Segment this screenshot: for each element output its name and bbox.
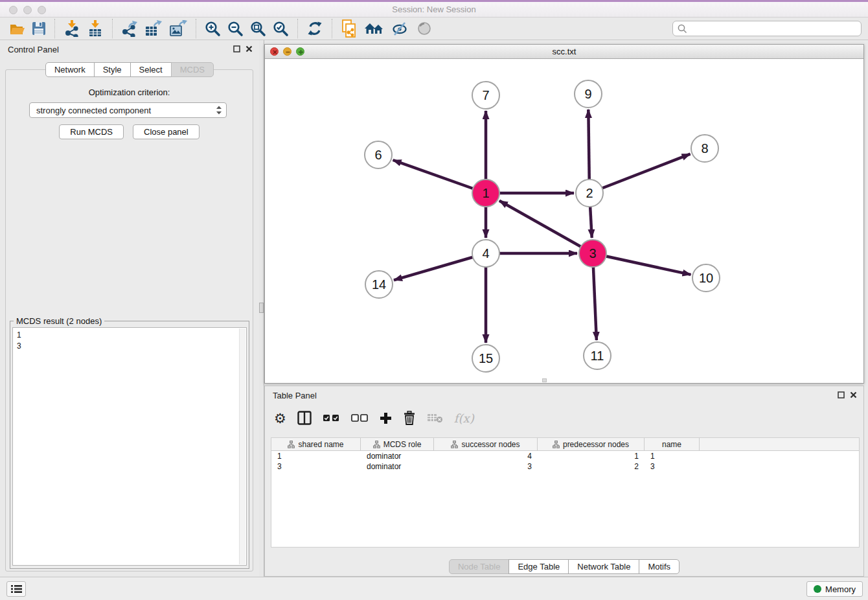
memory-button[interactable]: Memory xyxy=(806,581,863,597)
cell-0-1[interactable]: dominator xyxy=(361,452,434,461)
add-column-button[interactable] xyxy=(380,408,392,428)
zoom-out-icon xyxy=(227,21,244,37)
network-close-button[interactable] xyxy=(270,47,279,56)
shared-column-icon xyxy=(288,441,295,448)
zoom-in-icon xyxy=(205,21,221,37)
open-file-button[interactable] xyxy=(10,19,25,38)
close-panel-icon[interactable] xyxy=(246,45,253,52)
zoom-selected-button[interactable] xyxy=(273,19,289,38)
zoom-in-button[interactable] xyxy=(205,19,221,38)
mcds-panel: Optimization criterion: strongly connect… xyxy=(5,69,253,571)
table-settings-button[interactable]: ⚙ xyxy=(274,408,286,428)
table-panel-header: Table Panel xyxy=(265,386,863,403)
column-header-MCDS-role[interactable]: MCDS role xyxy=(361,438,434,450)
export-network-button[interactable] xyxy=(121,19,138,38)
window-minimize-button[interactable] xyxy=(23,6,32,14)
table-tab-edge-table[interactable]: Edge Table xyxy=(508,559,569,574)
network-minimize-button[interactable] xyxy=(283,47,291,56)
copy-network-view-button[interactable] xyxy=(341,19,358,38)
divider-grip[interactable] xyxy=(259,303,264,313)
table-body: 1dominator4113dominator323 xyxy=(271,451,859,472)
refresh-button[interactable] xyxy=(306,19,323,38)
run-mcds-button[interactable]: Run MCDS xyxy=(59,124,124,139)
cell-0-4[interactable]: 1 xyxy=(645,452,700,461)
import-network-button[interactable] xyxy=(63,19,80,38)
network-window-titlebar[interactable]: scc.txt xyxy=(265,45,863,59)
table-panel: Table Panel ⚙ xyxy=(264,386,864,577)
home-button[interactable] xyxy=(364,19,385,38)
select-all-button[interactable] xyxy=(323,408,340,428)
search-field[interactable] xyxy=(672,21,862,36)
cell-1-2[interactable]: 3 xyxy=(434,462,538,471)
tab-network[interactable]: Network xyxy=(45,62,95,77)
hide-details-button[interactable] xyxy=(391,19,409,38)
cell-0-3[interactable]: 1 xyxy=(538,452,645,461)
table-tab-node-table[interactable]: Node Table xyxy=(449,559,510,574)
cell-0-0[interactable]: 1 xyxy=(271,452,361,461)
workspace: Control Panel NetworkStyleSelectMCDS Opt… xyxy=(0,40,868,577)
delete-column-button[interactable] xyxy=(403,408,416,428)
graph-edge-3-10[interactable] xyxy=(593,253,691,275)
window-close-button[interactable] xyxy=(9,6,17,14)
column-header-name[interactable]: name xyxy=(645,438,700,450)
column-header-predecessor-nodes[interactable]: predecessor nodes xyxy=(538,438,645,450)
tab-mcds[interactable]: MCDS xyxy=(171,62,214,77)
panel-divider[interactable] xyxy=(259,40,264,577)
cell-0-2[interactable]: 4 xyxy=(434,452,538,461)
optimization-criterion-select[interactable]: strongly connected component xyxy=(29,102,227,118)
tab-select[interactable]: Select xyxy=(130,62,172,77)
graph-edge-4-14[interactable] xyxy=(394,253,486,280)
table-row-0[interactable]: 1dominator411 xyxy=(271,451,859,461)
network-zoom-button[interactable] xyxy=(296,47,304,56)
column-header-successor-nodes[interactable]: successor nodes xyxy=(434,438,538,450)
close-table-panel-icon[interactable] xyxy=(850,391,857,398)
result-scrollbar[interactable] xyxy=(239,329,246,564)
control-panel: Control Panel NetworkStyleSelectMCDS Opt… xyxy=(0,40,259,577)
show-details-button[interactable] xyxy=(416,19,433,38)
search-input[interactable] xyxy=(691,24,856,34)
cell-1-1[interactable]: dominator xyxy=(361,462,434,471)
table-tab-network-table[interactable]: Network Table xyxy=(568,559,639,574)
cell-1-3[interactable]: 2 xyxy=(538,462,645,471)
shared-column-icon xyxy=(373,441,380,448)
graph-edge-3-1[interactable] xyxy=(499,201,593,253)
control-panel-header: Control Panel xyxy=(0,40,259,58)
canvas-grip[interactable] xyxy=(542,378,547,382)
table-row-1[interactable]: 3dominator323 xyxy=(271,461,859,472)
save-floppy-icon xyxy=(32,21,46,36)
toolbar-separator xyxy=(196,19,196,38)
node-table: shared nameMCDS rolesuccessor nodesprede… xyxy=(271,437,860,548)
zoom-out-button[interactable] xyxy=(227,19,244,38)
tab-style[interactable]: Style xyxy=(94,62,131,77)
save-session-button[interactable] xyxy=(32,19,46,38)
task-history-button[interactable] xyxy=(6,581,26,597)
export-table-button[interactable] xyxy=(144,19,163,38)
cell-1-0[interactable]: 3 xyxy=(271,462,361,471)
graph-edge-2-8[interactable] xyxy=(589,154,691,193)
list-icon xyxy=(11,584,22,594)
export-image-button[interactable] xyxy=(169,19,187,38)
graph-node-label-11: 11 xyxy=(591,349,604,363)
show-column-panel-button[interactable] xyxy=(297,408,312,428)
select-all-icon xyxy=(323,413,340,422)
deselect-all-button[interactable] xyxy=(351,408,369,428)
column-header-shared-name[interactable]: shared name xyxy=(271,438,361,450)
network-title: scc.txt xyxy=(265,45,863,58)
delete-table-icon xyxy=(427,413,443,423)
window-zoom-button[interactable] xyxy=(38,6,46,14)
search-icon xyxy=(678,24,687,34)
mcds-result-area[interactable]: 1 3 xyxy=(12,327,247,566)
statusbar: Memory xyxy=(0,577,868,600)
close-panel-button[interactable]: Close panel xyxy=(133,124,200,139)
memory-status-dot xyxy=(814,585,821,593)
float-table-panel-icon[interactable] xyxy=(838,391,845,398)
graph-edge-1-6[interactable] xyxy=(393,160,486,193)
table-toolbar: ⚙ xyxy=(274,406,857,430)
float-panel-icon[interactable] xyxy=(233,45,240,52)
import-table-button[interactable] xyxy=(87,19,104,38)
cell-1-4[interactable]: 3 xyxy=(645,462,700,471)
graph-node-label-9: 9 xyxy=(584,87,591,101)
network-canvas[interactable]: 7968124314101511 xyxy=(265,59,863,383)
zoom-fit-button[interactable] xyxy=(250,19,266,38)
table-tab-motifs[interactable]: Motifs xyxy=(639,559,680,574)
